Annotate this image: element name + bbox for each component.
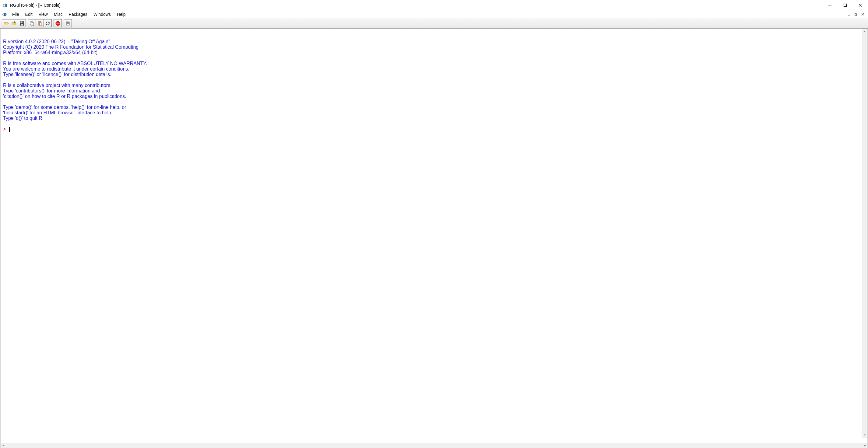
maximize-button[interactable]	[838, 0, 853, 10]
menu-packages[interactable]: Packages	[66, 11, 90, 18]
console-line	[3, 33, 865, 39]
print-button[interactable]	[64, 19, 72, 27]
console-line	[3, 99, 865, 105]
svg-rect-26	[67, 24, 69, 25]
menu-windows[interactable]: Windows	[90, 11, 114, 18]
save-workspace-button[interactable]	[18, 19, 26, 27]
close-button[interactable]	[853, 0, 868, 10]
stop-button[interactable]: STOP	[54, 19, 62, 27]
console-line: Type 'license()' or 'licence()' for dist…	[3, 72, 865, 77]
load-workspace-icon	[11, 21, 17, 26]
menu-bar: File Edit View Misc Packages Windows Hel…	[0, 10, 868, 18]
console-line: R is free software and comes with ABSOLU…	[3, 61, 865, 66]
menu-file[interactable]: File	[9, 11, 22, 18]
prompt-char: >	[3, 127, 7, 132]
menu-edit[interactable]: Edit	[22, 11, 36, 18]
scroll-track-vertical[interactable]	[862, 34, 867, 433]
menu-view[interactable]: View	[36, 11, 51, 18]
scroll-left-icon[interactable]: ◀	[1, 443, 6, 448]
copy-icon	[29, 21, 35, 26]
copy-button[interactable]	[28, 19, 36, 27]
console-line: 'help.start()' for an HTML browser inter…	[3, 110, 865, 115]
scroll-down-icon[interactable]: ▼	[862, 433, 867, 438]
console-line	[3, 121, 865, 127]
console-line: R is a collaborative project with many c…	[3, 83, 865, 88]
svg-rect-3	[844, 4, 847, 6]
svg-rect-15	[21, 24, 23, 26]
window-controls	[822, 0, 868, 10]
svg-rect-10	[855, 14, 857, 15]
r-menu-icon	[2, 11, 7, 17]
console-prompt-line[interactable]: >	[3, 127, 865, 132]
svg-rect-24	[67, 21, 69, 23]
scroll-right-icon[interactable]: ▶	[862, 443, 867, 448]
minimize-button[interactable]	[822, 0, 838, 10]
mdi-controls	[846, 11, 868, 17]
console-line	[3, 77, 865, 83]
console-line: Type 'contributors()' for more informati…	[3, 88, 865, 94]
paste-button[interactable]	[36, 19, 44, 27]
svg-rect-20	[39, 21, 40, 22]
mdi-restore-button[interactable]	[853, 11, 860, 17]
svg-text:STOP: STOP	[55, 23, 60, 24]
svg-rect-14	[21, 21, 23, 23]
text-cursor	[9, 127, 10, 132]
console-line: Type 'q()' to quit R.	[3, 115, 865, 121]
console-line: Copyright (C) 2020 The R Foundation for …	[3, 44, 865, 50]
title-bar: RGui (64-bit) - [R Console]	[0, 0, 868, 10]
paste-icon	[37, 21, 42, 26]
toolbar: STOP	[0, 18, 868, 29]
svg-rect-21	[39, 23, 42, 26]
copy-paste-button[interactable]	[43, 19, 52, 27]
refresh-icon	[45, 21, 51, 26]
console-line: Type 'demo()' for some demos, 'help()' f…	[3, 105, 865, 110]
mdi-close-button[interactable]	[860, 11, 866, 17]
load-workspace-button[interactable]	[10, 19, 18, 27]
console-line	[3, 55, 865, 61]
console-line: You are welcome to redistribute it under…	[3, 66, 865, 72]
scroll-track-horizontal[interactable]	[6, 443, 862, 448]
stop-icon: STOP	[55, 21, 61, 26]
svg-rect-16	[22, 22, 23, 23]
scroll-up-icon[interactable]: ▲	[862, 29, 867, 34]
console-line: 'citation()' on how to cite R or R packa…	[3, 94, 865, 99]
window-title: RGui (64-bit) - [R Console]	[10, 3, 61, 8]
print-icon	[65, 21, 71, 26]
menu-help[interactable]: Help	[114, 11, 129, 18]
save-icon	[19, 21, 25, 26]
console-area[interactable]: R version 4.0.2 (2020-06-22) -- "Taking …	[0, 29, 868, 443]
menu-misc[interactable]: Misc	[51, 11, 66, 18]
svg-rect-18	[31, 23, 33, 26]
vertical-scrollbar[interactable]: ▲ ▼	[862, 29, 867, 438]
mdi-minimize-button[interactable]	[846, 11, 853, 17]
r-app-icon	[2, 2, 8, 8]
horizontal-scrollbar[interactable]: ◀ ▶	[0, 443, 868, 448]
console-line: Platform: x86_64-w64-mingw32/x64 (64-bit…	[3, 50, 865, 55]
console-line: R version 4.0.2 (2020-06-22) -- "Taking …	[3, 39, 865, 44]
open-script-button[interactable]	[2, 19, 10, 27]
console-output: R version 4.0.2 (2020-06-22) -- "Taking …	[1, 29, 867, 134]
open-folder-icon	[3, 21, 9, 26]
